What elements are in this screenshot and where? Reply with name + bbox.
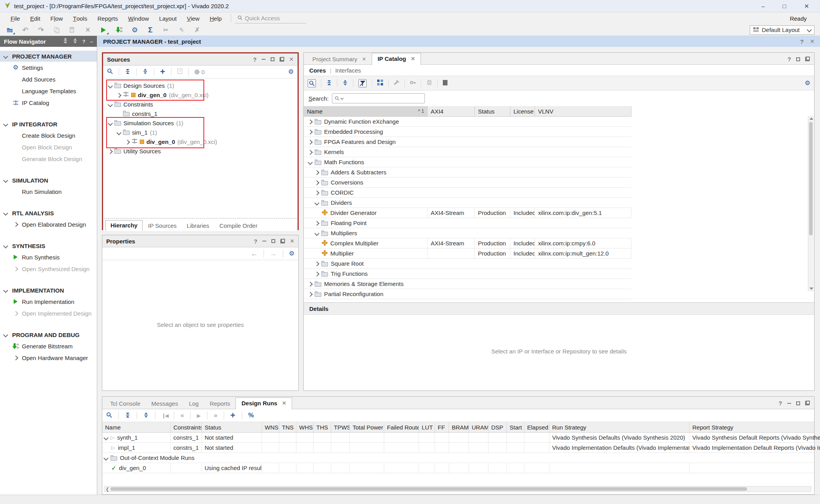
expand-all-icon[interactable] — [143, 412, 149, 419]
flownav-item-create-block-design[interactable]: Create Block Design — [0, 130, 97, 141]
report-sum-icon[interactable]: Σ — [145, 25, 155, 35]
flownav-item-ip-catalog[interactable]: IP Catalog — [0, 97, 97, 108]
ipcat-row-multiplier[interactable]: MultiplierProductionIncludedxilinx.com:i… — [304, 248, 631, 259]
flownav-section-header-program-and-debug[interactable]: PROGRAM AND DEBUG — [0, 329, 97, 340]
add-run-icon[interactable]: + — [230, 411, 235, 420]
menu-reports[interactable]: Reports — [92, 12, 123, 24]
help-icon[interactable]: ? — [779, 400, 782, 406]
properties-header[interactable]: Properties ? ✕ — [102, 235, 298, 247]
sources-tab-ip-sources[interactable]: IP Sources — [143, 221, 181, 231]
column-header-name[interactable]: Name — [102, 422, 171, 432]
ipcat-row-math-functions[interactable]: Math Functions — [304, 157, 631, 167]
ipcat-row-trig-functions[interactable]: Trig Functions — [304, 269, 631, 279]
ipcat-row-embedded-processing[interactable]: Embedded Processing — [304, 127, 631, 137]
float-icon[interactable] — [805, 401, 809, 405]
horizontal-scrollbar[interactable]: ❬ — [104, 486, 811, 492]
flownav-section-header-project-manager[interactable]: PROJECT MANAGER — [0, 51, 97, 62]
run-icon[interactable] — [98, 25, 109, 35]
column-header-tpws[interactable]: TPWS — [331, 422, 350, 432]
minimize-icon[interactable]: – — [90, 39, 93, 44]
sources-tree-item-constraints[interactable]: Constraints — [103, 99, 298, 109]
close-icon[interactable]: ✕ — [362, 56, 366, 62]
collapse-all-icon[interactable] — [63, 38, 68, 44]
menu-help[interactable]: Help — [205, 12, 227, 24]
sources-tab-libraries[interactable]: Libraries — [182, 221, 214, 231]
column-header-total-power[interactable]: Total Power — [350, 422, 384, 432]
gear-icon[interactable]: ⚙ — [805, 80, 810, 86]
menu-tools[interactable]: Tools — [68, 12, 93, 24]
gear-icon[interactable]: ⚙ — [289, 250, 294, 257]
column-header-uram[interactable]: URAM — [469, 422, 488, 432]
ipcat-row-multipliers[interactable]: Multipliers — [304, 228, 631, 238]
column-header-constraints[interactable]: Constraints — [171, 422, 202, 432]
close-icon[interactable]: ✕ — [289, 56, 294, 62]
tab-interfaces[interactable]: Interfaces — [335, 67, 361, 74]
minimize-icon[interactable] — [787, 403, 791, 404]
search-icon[interactable] — [107, 68, 113, 75]
expand-all-icon[interactable] — [73, 38, 78, 44]
help-icon[interactable]: ? — [253, 56, 257, 63]
sources-tree-item-simulation-sources[interactable]: Simulation Sources (1) — [103, 118, 298, 128]
column-header-elapsed[interactable]: Elapsed — [524, 422, 549, 432]
flownav-section-header-synthesis[interactable]: SYNTHESIS — [0, 240, 97, 251]
sources-tree-item-constrs-1[interactable]: constrs_1 — [103, 109, 298, 118]
quick-access-search[interactable]: Quick Access — [235, 14, 306, 23]
vertical-scrollbar[interactable] — [808, 116, 814, 291]
sources-tree-item-div-gen-0[interactable]: div_gen_0 (div_gen_0.xci) — [103, 90, 298, 99]
scroll-down-arrow[interactable] — [809, 287, 813, 290]
expand-all-icon[interactable] — [143, 69, 148, 75]
column-header-lut[interactable]: LUT — [419, 422, 435, 432]
scroll-up-arrow[interactable] — [809, 117, 813, 120]
float-icon[interactable] — [280, 57, 284, 62]
tab-cores[interactable]: Cores — [309, 67, 326, 74]
collapse-all-icon[interactable] — [326, 80, 332, 87]
minimize-icon[interactable] — [262, 241, 266, 241]
column-header-axi4[interactable]: AXI4 — [428, 106, 475, 116]
sources-tree-item-div-gen-0[interactable]: div_gen_0 (div_gen_0.xci) — [103, 137, 298, 146]
column-header-start[interactable]: Start — [507, 422, 524, 432]
column-header-whs[interactable]: WHS — [296, 422, 314, 432]
sources-tab-compile-order[interactable]: Compile Order — [215, 221, 262, 231]
column-header-report-strategy[interactable]: Report Strategy — [690, 422, 820, 432]
ipcat-row-memories-storage-elements[interactable]: Memories & Storage Elements — [304, 279, 631, 289]
flownav-item-generate-bitstream[interactable]: 0110Generate Bitstream — [0, 340, 97, 352]
tab-reports[interactable]: Reports — [204, 398, 236, 409]
help-icon[interactable]: ? — [788, 56, 791, 62]
stop-square-icon[interactable] — [443, 80, 447, 87]
group-by-icon[interactable] — [377, 80, 383, 87]
percent-icon[interactable]: % — [248, 412, 254, 419]
ipcat-row-dividers[interactable]: Dividers — [304, 198, 631, 208]
close-icon[interactable]: ✕ — [411, 56, 415, 62]
flownav-section-header-ip-integrator[interactable]: IP INTEGRATOR — [0, 119, 97, 130]
tab-ip-catalog[interactable]: IP Catalog✕ — [372, 53, 421, 65]
expand-all-icon[interactable] — [342, 80, 348, 87]
collapse-all-icon[interactable] — [125, 69, 130, 75]
float-icon[interactable] — [805, 57, 809, 61]
column-header-status[interactable]: Status — [475, 106, 510, 116]
run-row-impl-1[interactable]: ▷impl_1constrs_1Not startedVivado Implem… — [102, 443, 814, 453]
column-header-bram[interactable]: BRAM — [449, 422, 469, 432]
ipcat-row-conversions[interactable]: Conversions — [304, 177, 631, 188]
ipcat-row-cordic[interactable]: CORDIC — [304, 188, 631, 198]
help-icon[interactable]: ? — [254, 238, 257, 245]
search-icon[interactable] — [106, 412, 112, 419]
filter-off-icon[interactable] — [358, 79, 367, 87]
menu-flow[interactable]: Flow — [45, 12, 68, 24]
run-row-out-of-context-module-runs[interactable]: Out-of-Context Module Runs — [102, 453, 814, 463]
column-header-name[interactable]: Name^ 1 — [304, 106, 428, 116]
ipcat-row-partial-reconfiguration[interactable]: Partial Reconfiguration — [304, 289, 631, 299]
add-sources-icon[interactable]: + — [160, 67, 165, 76]
sources-tree-item-utility-sources[interactable]: Utility Sources — [103, 146, 298, 156]
ipcat-row-kernels[interactable]: Kernels — [304, 147, 631, 157]
column-header-run-strategy[interactable]: Run Strategy — [549, 422, 690, 432]
column-header-license[interactable]: License — [510, 106, 535, 116]
help-icon[interactable]: ? — [82, 39, 86, 44]
window-maximize-button[interactable]: □ — [783, 3, 786, 10]
sources-tab-hierarchy[interactable]: Hierarchy — [105, 220, 143, 231]
ipcat-row-floating-point[interactable]: Floating Point — [304, 218, 631, 228]
maximize-icon[interactable] — [271, 57, 275, 61]
maximize-icon[interactable] — [796, 57, 800, 61]
ipcat-row-adders-subtracters[interactable]: Adders & Subtracters — [304, 167, 631, 177]
ipcat-row-complex-multiplier[interactable]: Complex MultiplierAXI4-StreamProductionI… — [304, 238, 631, 248]
float-icon[interactable] — [280, 239, 285, 243]
